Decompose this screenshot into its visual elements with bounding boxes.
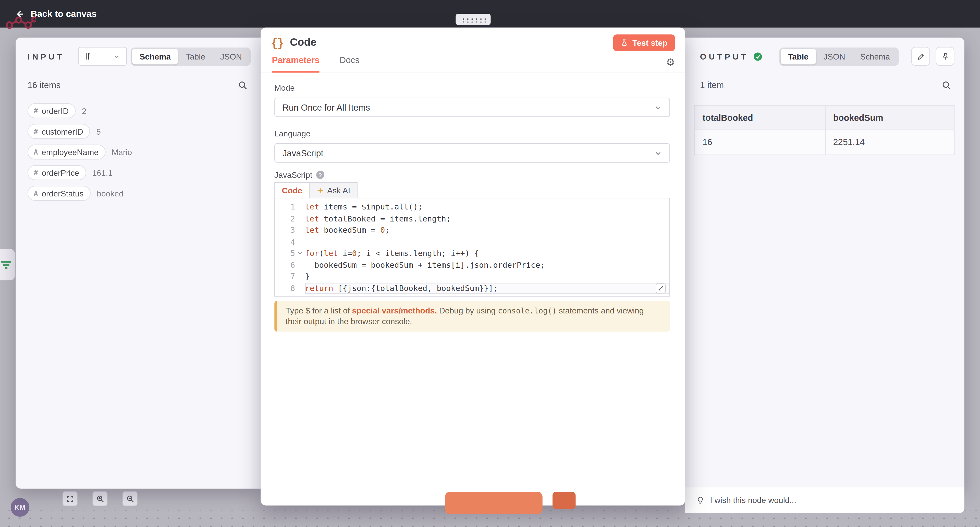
- output-items-count: 1 item: [700, 80, 724, 90]
- canvas-test-workflow-button[interactable]: [445, 492, 542, 514]
- line-number: 7: [275, 271, 295, 282]
- output-title: OUTPUT: [700, 52, 749, 61]
- search-icon: [238, 80, 248, 90]
- field-type-icon: #: [34, 127, 38, 136]
- pencil-icon: [916, 52, 924, 60]
- code-editor[interactable]: 1let items = $input.all();2let totalBook…: [274, 198, 670, 297]
- pin-data-button[interactable]: [935, 47, 954, 65]
- code-line[interactable]: 8return [{json:{totalBooked, bookedSum}}…: [275, 283, 670, 294]
- input-panel: INPUT If SchemaTableJSON 16 items #order…: [16, 38, 261, 489]
- field-value: 2: [82, 106, 86, 115]
- mode-value: Run Once for All Items: [283, 102, 370, 112]
- language-select[interactable]: JavaScript: [274, 143, 670, 163]
- field-type-icon: #: [34, 107, 38, 115]
- output-search-button[interactable]: [942, 80, 951, 90]
- screen: KM Back to canvas INPUT If SchemaTableJS…: [0, 0, 980, 527]
- input-source-select[interactable]: If: [78, 47, 127, 65]
- code-text: for(let i=0; i < items.length; i++) {: [305, 248, 479, 259]
- field-pill[interactable]: #customerID: [27, 124, 90, 139]
- schema-field[interactable]: #orderID2: [27, 103, 261, 118]
- back-label: Back to canvas: [30, 9, 97, 19]
- mode-select[interactable]: Run Once for All Items: [274, 97, 670, 117]
- code-line[interactable]: 4: [275, 236, 670, 248]
- code-text: let items = $input.all();: [305, 201, 423, 213]
- canvas-secondary-button[interactable]: [552, 492, 576, 509]
- chevron-down-icon: [654, 104, 662, 111]
- node-settings-gear-icon[interactable]: ⚙: [666, 56, 675, 68]
- field-type-icon: A: [34, 189, 38, 198]
- hint-text: Debug by using: [437, 306, 498, 316]
- fold-gutter: [295, 251, 305, 256]
- field-pill[interactable]: #orderPrice: [27, 165, 86, 180]
- edit-output-button[interactable]: [912, 47, 930, 65]
- editor-hint: Type $ for a list of special vars/method…: [274, 301, 670, 332]
- code-node-icon: {}: [270, 36, 283, 50]
- schema-field-list: #orderID2#customerID5AemployeeNameMario#…: [16, 103, 261, 206]
- field-pill[interactable]: AemployeeName: [27, 145, 105, 160]
- avatar[interactable]: KM: [11, 498, 29, 516]
- tab-json[interactable]: JSON: [816, 48, 853, 64]
- tab-table[interactable]: Table: [780, 48, 816, 64]
- tab-schema[interactable]: Schema: [853, 48, 897, 64]
- field-value: booked: [97, 188, 123, 198]
- table-cell[interactable]: 16: [695, 129, 825, 155]
- field-pill[interactable]: #orderID: [27, 103, 76, 118]
- tab-schema[interactable]: Schema: [132, 48, 178, 64]
- line-number: 1: [275, 201, 295, 213]
- node-settings-modal: {} Code Test step Parameters Docs ⚙ Mode…: [261, 27, 685, 506]
- sparkle-icon: [317, 187, 323, 194]
- input-search-button[interactable]: [238, 80, 248, 90]
- schema-field[interactable]: #customerID5: [27, 124, 261, 139]
- code-line[interactable]: 2let totalBooked = items.length;: [275, 213, 670, 225]
- pin-icon: [941, 52, 949, 60]
- code-line[interactable]: 5for(let i=0; i < items.length; i++) {: [275, 248, 670, 259]
- line-number: 5: [275, 248, 295, 259]
- code-line[interactable]: 7}: [275, 271, 670, 282]
- code-text: }: [305, 271, 310, 282]
- feedback-link[interactable]: I wish this node would...: [710, 495, 796, 505]
- code-line[interactable]: 1let items = $input.all();: [275, 201, 670, 213]
- input-view-tabs: SchemaTableJSON: [131, 47, 251, 65]
- expand-editor-icon[interactable]: [655, 283, 666, 293]
- zoom-out-button[interactable]: [123, 491, 138, 506]
- ndv-drag-handle[interactable]: [455, 14, 490, 25]
- field-pill[interactable]: AorderStatus: [27, 186, 91, 201]
- field-type-icon: #: [34, 169, 38, 177]
- fit-view-icon: [66, 495, 74, 503]
- schema-field[interactable]: AorderStatusbooked: [27, 186, 261, 201]
- special-vars-link[interactable]: special vars/methods.: [352, 306, 437, 316]
- test-step-button[interactable]: Test step: [613, 34, 675, 51]
- output-panel: OUTPUT TableJSONSchema 1 item: [685, 38, 964, 487]
- chevron-down-icon: [654, 149, 662, 157]
- code-text: return [{json:{totalBooked, bookedSum}}]…: [305, 283, 498, 294]
- hint-code: console.log(): [498, 307, 557, 315]
- schema-field[interactable]: AemployeeNameMario: [27, 145, 261, 160]
- field-value: 5: [96, 127, 101, 136]
- field-name: orderPrice: [41, 168, 79, 177]
- canvas-node-if[interactable]: [0, 249, 15, 280]
- zoom-in-button[interactable]: [92, 491, 107, 506]
- help-icon[interactable]: ?: [316, 171, 324, 179]
- tab-docs[interactable]: Docs: [339, 55, 360, 72]
- lightbulb-icon: [696, 496, 704, 505]
- zoom-to-fit-button[interactable]: [62, 491, 78, 506]
- test-step-label: Test step: [632, 38, 667, 47]
- mode-label: Mode: [274, 83, 295, 93]
- language-label: Language: [274, 129, 310, 138]
- tab-parameters[interactable]: Parameters: [272, 55, 320, 73]
- output-table-head: totalBookedbookedSum: [695, 106, 954, 129]
- code-text: let bookedSum = 0;: [305, 225, 390, 236]
- table-cell[interactable]: 2251.14: [825, 129, 955, 155]
- table-header-cell[interactable]: totalBooked: [695, 106, 825, 129]
- code-line[interactable]: 6 bookedSum = bookedSum + items[i].json.…: [275, 259, 670, 271]
- tab-table[interactable]: Table: [178, 48, 213, 64]
- tab-json[interactable]: JSON: [213, 48, 249, 64]
- code-line[interactable]: 3let bookedSum = 0;: [275, 225, 670, 236]
- tab-ask-ai[interactable]: Ask AI: [310, 182, 358, 198]
- schema-field[interactable]: #orderPrice161.1: [27, 165, 261, 180]
- code-text: bookedSum = bookedSum + items[i].json.or…: [305, 259, 545, 271]
- table-header-cell[interactable]: bookedSum: [825, 106, 955, 129]
- line-number: 8: [275, 283, 295, 294]
- tab-code[interactable]: Code: [274, 182, 310, 198]
- language-value: JavaScript: [283, 148, 323, 158]
